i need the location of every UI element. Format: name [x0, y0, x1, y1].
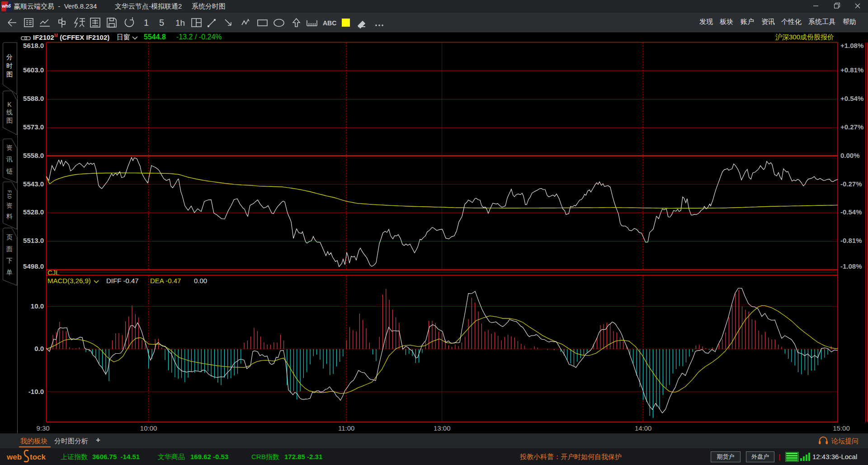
- svg-text:-0.54%: -0.54%: [840, 208, 862, 216]
- svg-text:5543.0: 5543.0: [23, 180, 44, 188]
- svg-text:5618.0: 5618.0: [23, 42, 44, 49]
- svg-text:tock: tock: [30, 453, 46, 461]
- svg-text:-1.08%: -1.08%: [840, 262, 862, 270]
- svg-text:DEA -0.47: DEA -0.47: [150, 277, 181, 285]
- svg-text:+0.27%: +0.27%: [840, 123, 863, 131]
- svg-text:10.0: 10.0: [31, 302, 44, 310]
- svg-text:+1.08%: +1.08%: [840, 42, 863, 49]
- svg-text:MACD(3,26,9): MACD(3,26,9): [47, 277, 91, 285]
- svg-text:0.00: 0.00: [194, 277, 207, 285]
- svg-text:5558.0: 5558.0: [23, 152, 44, 159]
- svg-text:5588.0: 5588.0: [23, 95, 44, 102]
- svg-text:5528.0: 5528.0: [23, 208, 44, 216]
- svg-text:-0.81%: -0.81%: [840, 237, 862, 244]
- svg-text:+0.54%: +0.54%: [840, 95, 863, 102]
- svg-text:+0.81%: +0.81%: [840, 66, 863, 74]
- svg-text:5498.0: 5498.0: [23, 262, 44, 270]
- svg-text:14:00: 14:00: [635, 424, 652, 432]
- svg-text:-0.27%: -0.27%: [840, 180, 862, 188]
- svg-text:13:00: 13:00: [434, 424, 451, 432]
- svg-text:5603.0: 5603.0: [23, 66, 44, 74]
- svg-text:15:00: 15:00: [833, 424, 850, 432]
- svg-text:9:30: 9:30: [36, 424, 49, 432]
- svg-text:-10.0: -10.0: [28, 388, 44, 395]
- svg-text:10:00: 10:00: [140, 424, 157, 432]
- svg-text:5573.0: 5573.0: [23, 123, 44, 131]
- svg-text:0.0: 0.0: [34, 345, 44, 352]
- svg-text:web: web: [7, 453, 22, 461]
- svg-text:11:00: 11:00: [338, 424, 354, 432]
- svg-text:0.00%: 0.00%: [840, 152, 860, 159]
- svg-text:DIFF -0.47: DIFF -0.47: [106, 277, 139, 285]
- svg-text:5513.0: 5513.0: [23, 237, 44, 244]
